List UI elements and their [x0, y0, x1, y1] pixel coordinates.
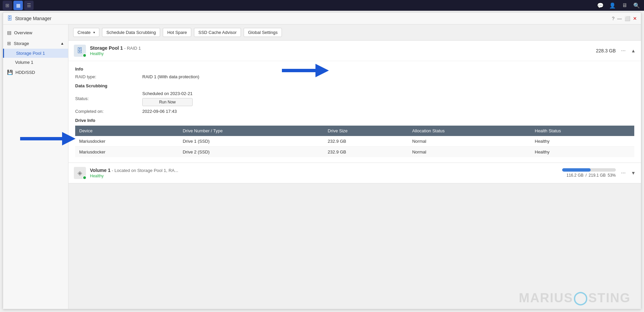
scrub-completed-value: 2022-09-06 17:43	[142, 109, 177, 114]
taskbar-left: ⊞ ▦ ☰	[3, 1, 34, 10]
drive2-device: Mariusdocker	[75, 147, 179, 158]
create-button[interactable]: Create	[73, 28, 99, 37]
storage-chevron-icon: ▲	[60, 41, 64, 45]
search-icon[interactable]: 🔍	[632, 1, 641, 10]
pool-details: Info RAID type: RAID 1 (With data protec…	[68, 61, 641, 163]
pool-actions-menu[interactable]: ···	[621, 48, 626, 54]
sidebar-item-volume[interactable]: Volume 1	[3, 58, 68, 67]
col-device: Device	[75, 126, 179, 136]
volume-usage: 116.2 GB / 219.1 GB 53%	[562, 168, 616, 178]
volume-progress-fill	[562, 168, 591, 172]
app-body: ▤ Overview ⊞ Storage ▲ Storage Pool 1 Vo…	[3, 25, 641, 309]
taskbar: ⊞ ▦ ☰ 💬 👤 🖥 🔍	[0, 0, 644, 11]
app-header: 🗄 Storage Manager ? — ⬜ ✕	[3, 12, 641, 25]
storage-icon[interactable]: ▦	[13, 1, 23, 10]
raid-type-label: RAID type:	[75, 74, 142, 79]
storage-pool-section: 🗄 Storage Pool 1 - RAID 1 Healthy	[68, 41, 641, 163]
scrub-actions: Scheduled on 2023-02-21 Run Now	[142, 91, 193, 106]
drive1-type: Drive 1 (SSD)	[179, 136, 324, 147]
drive1-allocation: Normal	[408, 136, 531, 147]
volume-actions-menu[interactable]: ···	[621, 170, 626, 176]
pool-size: 228.3 GB	[596, 48, 616, 53]
pool-status-dot	[83, 53, 87, 57]
pool-toggle-icon[interactable]: ▲	[631, 48, 636, 53]
sidebar-storage-pool-label: Storage Pool 1	[16, 51, 45, 56]
data-scrubbing-section: Data Scrubbing Status: Scheduled on 2023…	[75, 83, 634, 114]
ssd-cache-button[interactable]: SSD Cache Advisor	[194, 28, 241, 37]
global-settings-button[interactable]: Global Settings	[244, 28, 282, 37]
app-window: 🗄 Storage Manager ? — ⬜ ✕ ▤ Overview ⊞ S…	[3, 12, 641, 309]
sidebar-item-hdd-ssd[interactable]: 💾 HDD/SSD	[3, 67, 68, 78]
sidebar-item-overview[interactable]: ▤ Overview	[3, 27, 68, 38]
maximize-button[interactable]: ⬜	[625, 16, 630, 21]
drive2-type: Drive 2 (SSD)	[179, 147, 324, 158]
taskbar-icons: ⊞ ▦ ☰	[3, 1, 34, 10]
sidebar-group-storage[interactable]: ⊞ Storage ▲	[3, 38, 68, 49]
volume-header-right: 116.2 GB / 219.1 GB 53% ··· ▼	[562, 168, 636, 178]
volume-used: 116.2 GB	[566, 173, 584, 178]
display-icon[interactable]: 🖥	[620, 1, 629, 10]
scrub-completed-row: Completed on: 2022-09-06 17:43	[75, 109, 634, 114]
volume-progress-bar	[562, 168, 616, 172]
pool-status: Healthy	[90, 51, 141, 56]
volume-status-dot	[83, 176, 87, 180]
col-health: Health Status	[531, 126, 635, 136]
app-title: Storage Manager	[15, 16, 51, 21]
raid-type-row: RAID type: RAID 1 (With data protection)	[75, 74, 634, 79]
col-drive-number: Drive Number / Type	[179, 126, 324, 136]
volume-total: 219.1 GB	[589, 173, 606, 178]
drive2-allocation: Normal	[408, 147, 531, 158]
sidebar-hdd-label: HDD/SSD	[15, 70, 35, 75]
main-content: Create Schedule Data Scrubbing Hot Spare…	[68, 25, 641, 309]
col-allocation: Allocation Status	[408, 126, 531, 136]
minimize-button[interactable]: —	[617, 16, 622, 21]
volume-status: Healthy	[90, 174, 178, 178]
help-button[interactable]: ?	[612, 16, 614, 21]
drive-table-header: Device Drive Number / Type Drive Size Al…	[75, 126, 634, 136]
hot-spare-button[interactable]: Hot Spare	[163, 28, 191, 37]
drive1-health: Healthy	[531, 136, 635, 147]
drive-info-title: Drive Info	[75, 118, 634, 123]
storage-group-icon: ⊞	[7, 41, 11, 46]
schedule-scrubbing-button[interactable]: Schedule Data Scrubbing	[102, 28, 160, 37]
close-button[interactable]: ✕	[633, 16, 637, 21]
drive1-device: Mariusdocker	[75, 136, 179, 147]
pool-raid: - RAID 1	[124, 46, 141, 51]
drive-table: Device Drive Number / Type Drive Size Al…	[75, 126, 634, 157]
volume-size-info: 116.2 GB / 219.1 GB 53%	[566, 173, 616, 178]
pool-header-right: 228.3 GB ··· ▲	[596, 48, 636, 54]
sidebar-item-storage-pool[interactable]: Storage Pool 1	[3, 49, 68, 58]
pool-info: Storage Pool 1 - RAID 1 Healthy	[90, 45, 141, 56]
run-now-button[interactable]: Run Now	[142, 98, 193, 106]
volume-info: Volume 1 - Located on Storage Pool 1, RA…	[90, 168, 178, 178]
pool-header-left: 🗄 Storage Pool 1 - RAID 1 Healthy	[74, 45, 141, 57]
volume-icon: ◈	[74, 167, 86, 179]
volume-header-left: ◈ Volume 1 - Located on Storage Pool 1, …	[74, 167, 178, 179]
overview-icon: ▤	[7, 30, 11, 35]
info-section-title: Info	[75, 66, 634, 72]
drive1-size: 232.9 GB	[324, 136, 408, 147]
chat-icon[interactable]: 💬	[596, 1, 605, 10]
grid-icon[interactable]: ⊞	[3, 1, 12, 10]
pool-icon: 🗄	[74, 45, 86, 57]
volume-separator: /	[586, 173, 587, 178]
drive2-health: Healthy	[531, 147, 635, 158]
table-row: Mariusdocker Drive 1 (SSD) 232.9 GB Norm…	[75, 136, 634, 147]
toolbar: Create Schedule Data Scrubbing Hot Spare…	[68, 25, 641, 41]
sidebar-volume-label: Volume 1	[15, 60, 33, 65]
pool-header: 🗄 Storage Pool 1 - RAID 1 Healthy	[68, 41, 641, 61]
scrub-completed-label: Completed on:	[75, 109, 142, 114]
list-icon[interactable]: ☰	[24, 1, 34, 10]
scrubbing-title: Data Scrubbing	[75, 83, 634, 88]
drive2-size: 232.9 GB	[324, 147, 408, 158]
volume-toggle-icon[interactable]: ▼	[631, 170, 636, 176]
raid-type-value: RAID 1 (With data protection)	[142, 74, 199, 79]
volume-location: - Located on Storage Pool 1, RA...	[112, 168, 178, 173]
app-header-left: 🗄 Storage Manager	[7, 15, 51, 21]
sidebar-storage-label: Storage	[14, 41, 29, 46]
user-icon[interactable]: 👤	[608, 1, 617, 10]
sidebar: ▤ Overview ⊞ Storage ▲ Storage Pool 1 Vo…	[3, 25, 68, 309]
taskbar-right: 💬 👤 🖥 🔍	[596, 1, 641, 10]
scrub-status-value: Scheduled on 2023-02-21	[142, 91, 193, 96]
volume-header: ◈ Volume 1 - Located on Storage Pool 1, …	[68, 163, 641, 183]
